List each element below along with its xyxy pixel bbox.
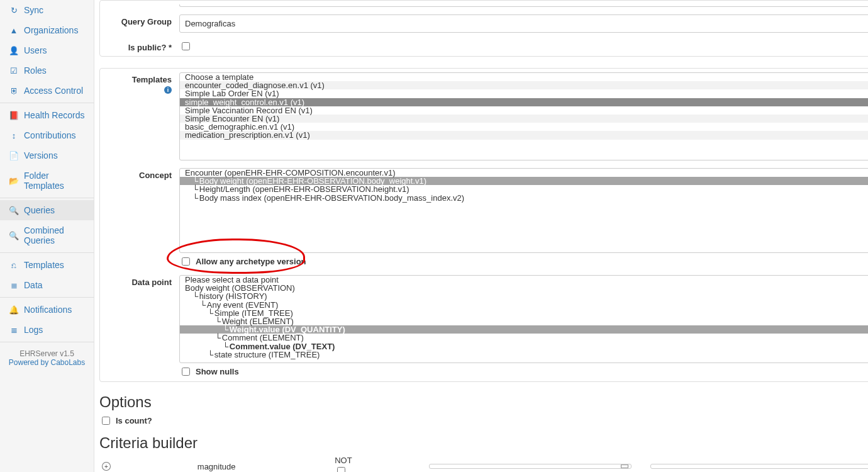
- divider: [0, 342, 94, 342]
- divider: [0, 198, 94, 198]
- book-icon: 📕: [9, 111, 19, 120]
- query-group-select[interactable]: Demograficas: [179, 14, 868, 33]
- data-icon: ≣: [9, 281, 19, 290]
- list-item[interactable]: Simple (ITEM_TREE): [180, 309, 868, 317]
- templates-listbox[interactable]: Choose a template encounter_coded_diagno…: [179, 72, 868, 160]
- is-count-label: Is count?: [116, 416, 152, 425]
- list-item[interactable]: Body mass index (openEHR-EHR-OBSERVATION…: [180, 194, 868, 202]
- show-nulls-label: Show nulls: [196, 367, 239, 376]
- collapsed-input[interactable]: [179, 4, 868, 7]
- query-group-value: Demograficas: [185, 19, 235, 28]
- sidebar-item-logs[interactable]: ≣Logs: [0, 320, 94, 340]
- sidebar-item-organizations[interactable]: ▲Organizations: [0, 20, 94, 40]
- sidebar-item-label: Roles: [24, 65, 47, 76]
- sidebar-item-queries[interactable]: 🔍Queries: [0, 200, 94, 220]
- list-item[interactable]: state structure (ITEM_TREE): [180, 351, 868, 359]
- allow-any-archetype-checkbox[interactable]: [182, 257, 190, 266]
- sidebar-item-health-records[interactable]: 📕Health Records: [0, 105, 94, 125]
- criteria-row: + magnitude NOT: [99, 456, 868, 472]
- sidebar-item-label: Folder Templates: [24, 171, 85, 191]
- sidebar-item-label: Combined Queries: [24, 225, 85, 245]
- sidebar-item-roles[interactable]: ☑Roles: [0, 60, 94, 81]
- sidebar-item-label: Users: [24, 45, 47, 55]
- is-public-label: Is public? *: [106, 40, 179, 52]
- list-item[interactable]: medication_prescription.en.v1 (v1): [180, 131, 868, 139]
- sidebar-item-label: Data: [24, 280, 43, 290]
- expand-icon[interactable]: +: [102, 462, 111, 471]
- file-icon: 📄: [9, 151, 19, 160]
- sidebar-item-combined-queries[interactable]: 🔍Combined Queries: [0, 220, 94, 250]
- search-icon: 🔍: [9, 206, 19, 215]
- criteria-builder-title: Criteria builder: [99, 434, 868, 452]
- templates-icon: ⎌: [9, 261, 19, 270]
- logs-icon: ≣: [9, 325, 19, 335]
- criteria-field-label: magnitude: [198, 462, 236, 471]
- main-content: Query Group Demograficas Is public? * T: [94, 0, 868, 472]
- not-checkbox[interactable]: [337, 467, 345, 472]
- sidebar-item-versions[interactable]: 📄Versions: [0, 145, 94, 166]
- sidebar-item-label: Queries: [24, 205, 55, 215]
- sync-icon: ↻: [9, 6, 19, 15]
- templates-label: Templates i: [106, 72, 179, 94]
- user-icon: 👤: [9, 46, 19, 55]
- is-count-checkbox[interactable]: [102, 417, 110, 425]
- chevron-down-icon: [621, 464, 628, 468]
- list-item[interactable]: Body weight (OBSERVATION): [180, 284, 868, 292]
- org-icon: ▲: [9, 26, 19, 35]
- sidebar-item-label: Contributions: [24, 130, 76, 140]
- sidebar-item-notifications[interactable]: 🔔Notifications: [0, 300, 94, 320]
- list-item[interactable]: Simple Vaccination Record EN (v1): [180, 106, 868, 115]
- sidebar-footer: EHRServer v1.5 Powered by CaboLabs: [0, 344, 94, 372]
- sidebar-item-templates[interactable]: ⎌Templates: [0, 255, 94, 275]
- bell-icon: 🔔: [9, 305, 19, 315]
- sidebar-item-folder-templates[interactable]: 📂Folder Templates: [0, 166, 94, 196]
- criteria-operator-select[interactable]: [429, 464, 632, 469]
- top-form-panel: Query Group Demograficas Is public? *: [99, 0, 868, 57]
- sidebar-item-label: Health Records: [24, 110, 85, 120]
- sidebar-item-contributions[interactable]: ↕Contributions: [0, 125, 94, 145]
- list-item-selected[interactable]: simple_weight_control.en.v1 (v1): [180, 98, 868, 106]
- list-item[interactable]: Comment.value (DV_TEXT): [180, 342, 868, 351]
- powered-by-link[interactable]: Powered by CaboLabs: [9, 358, 85, 367]
- sidebar-item-access-control[interactable]: ⛨Access Control: [0, 81, 94, 101]
- info-icon[interactable]: i: [164, 86, 172, 94]
- sidebar-item-label: Versions: [24, 150, 58, 160]
- list-item[interactable]: history (HISTORY): [180, 292, 868, 300]
- roles-icon: ☑: [9, 66, 19, 76]
- sidebar: ↻Sync ▲Organizations 👤Users ☑Roles ⛨Acce…: [0, 0, 94, 472]
- list-item[interactable]: Any event (EVENT): [180, 301, 868, 309]
- options-title: Options: [99, 393, 868, 411]
- sidebar-item-label: Logs: [24, 325, 43, 335]
- sidebar-item-label: Organizations: [24, 25, 78, 35]
- sidebar-item-sync[interactable]: ↻Sync: [0, 0, 94, 20]
- folder-icon: 📂: [9, 176, 19, 186]
- query-group-label: Query Group: [106, 14, 179, 26]
- sidebar-item-label: Templates: [24, 260, 64, 270]
- contrib-icon: ↕: [9, 131, 19, 140]
- criteria-value-input[interactable]: [650, 464, 868, 469]
- list-item[interactable]: encounter_coded_diagnose.en.v1 (v1): [180, 81, 868, 89]
- divider: [0, 252, 94, 253]
- sidebar-item-users[interactable]: 👤Users: [0, 40, 94, 60]
- not-label: NOT: [335, 456, 352, 465]
- is-public-checkbox[interactable]: [182, 42, 190, 50]
- datapoint-label: Data point: [106, 275, 179, 287]
- sidebar-item-data[interactable]: ≣Data: [0, 275, 94, 295]
- query-builder-panel: Templates i Choose a template encounter_…: [99, 68, 868, 382]
- version-label: EHRServer v1.5: [5, 349, 89, 358]
- search-icon: 🔍: [9, 231, 19, 240]
- datapoint-listbox[interactable]: Please select a data point Body weight (…: [179, 275, 868, 363]
- sidebar-item-label: Notifications: [24, 305, 72, 315]
- concept-label: Concept: [106, 168, 179, 180]
- list-item[interactable]: Simple Lab Order EN (v1): [180, 89, 868, 98]
- divider: [0, 103, 94, 103]
- sidebar-item-label: Sync: [24, 5, 43, 15]
- show-nulls-checkbox[interactable]: [182, 368, 190, 376]
- allow-any-archetype-label: Allow any archetype version: [196, 257, 306, 266]
- shield-icon: ⛨: [9, 86, 19, 96]
- divider: [0, 297, 94, 298]
- empty-label: [106, 4, 179, 7]
- list-item[interactable]: Comment (ELEMENT): [180, 334, 868, 342]
- concept-listbox[interactable]: Encounter (openEHR-EHR-COMPOSITION.encou…: [179, 168, 868, 253]
- list-item[interactable]: Height/Length (openEHR-EHR-OBSERVATION.h…: [180, 185, 868, 193]
